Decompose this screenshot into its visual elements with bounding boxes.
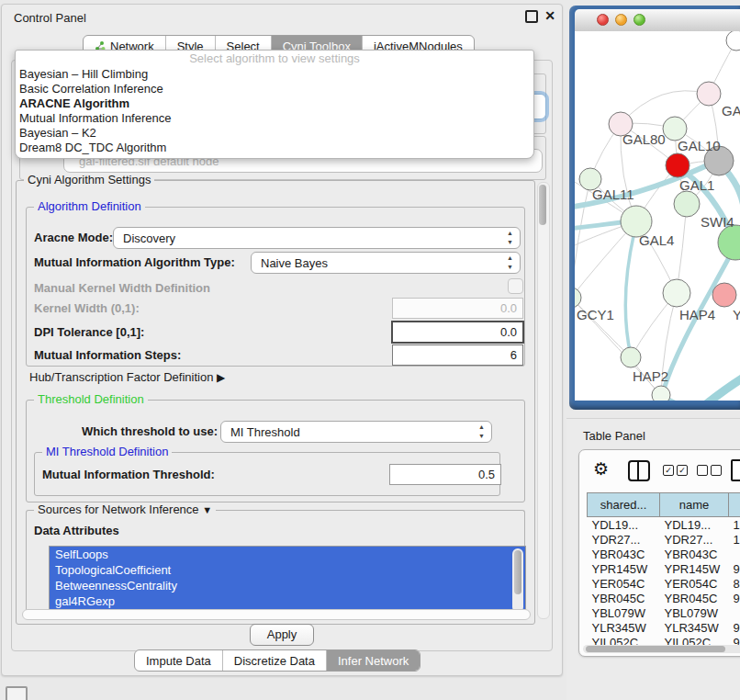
- scrollbar-thumb[interactable]: [514, 550, 521, 594]
- sources-toggle[interactable]: Sources for Network Inference ▼: [34, 502, 216, 516]
- table-cell[interactable]: YBR043C: [660, 547, 729, 561]
- checked-checkbox-icon[interactable]: ✓: [663, 465, 674, 476]
- table-cell[interactable]: YDL19...: [588, 517, 660, 533]
- unchecked-checkbox-icon[interactable]: [697, 465, 708, 476]
- network-node-hap2[interactable]: [621, 347, 641, 367]
- table-cell[interactable]: YLR345W: [660, 620, 729, 635]
- table-cell[interactable]: YBL079W: [660, 605, 729, 620]
- table-cell[interactable]: YER054C: [660, 576, 729, 591]
- column-header[interactable]: name: [660, 493, 729, 517]
- close-icon[interactable]: ✕: [544, 8, 555, 23]
- table-cell[interactable]: 13: [729, 517, 740, 533]
- tab-impute-data[interactable]: Impute Data: [135, 650, 222, 671]
- manual-kernel-checkbox[interactable]: [508, 278, 523, 294]
- scrollbar-thumb[interactable]: [586, 646, 725, 652]
- float-window-icon[interactable]: [525, 10, 538, 23]
- network-node[interactable]: [652, 386, 670, 401]
- table-cell[interactable]: 9.: [729, 591, 740, 605]
- settings-vertical-scrollbar[interactable]: [537, 182, 550, 619]
- kernel-width-field[interactable]: 0.0: [392, 298, 523, 319]
- tab-discretize-data[interactable]: Discretize Data: [222, 650, 326, 671]
- network-node[interactable]: [674, 191, 700, 217]
- table-cell[interactable]: YPR145W: [588, 561, 660, 576]
- table-cell[interactable]: YBL079W: [588, 605, 660, 620]
- hub-definition-toggle[interactable]: Hub/Transcription Factor Definition ▶: [29, 370, 225, 384]
- network-node-hap4[interactable]: [663, 279, 690, 307]
- table-cell[interactable]: 9.: [729, 561, 740, 576]
- mi-algorithm-type-combobox[interactable]: Naive Bayes ▲▼: [251, 252, 521, 274]
- algorithm-option[interactable]: Bayesian – Hill Climbing: [16, 67, 533, 82]
- bottom-tabs: Impute Data Discretize Data Infer Networ…: [134, 649, 420, 672]
- data-attribute-item[interactable]: BetweennessCentrality: [50, 578, 525, 593]
- algorithm-option[interactable]: Dream8 DC_TDC Algorithm: [16, 141, 533, 155]
- split-columns-icon[interactable]: [628, 460, 650, 481]
- list-scrollbar[interactable]: [512, 548, 523, 613]
- zoom-traffic-light-icon[interactable]: [633, 14, 645, 26]
- column-header[interactable]: shared...: [588, 493, 660, 517]
- docked-panel-icon[interactable]: [6, 686, 28, 700]
- algorithm-dropdown-popup: Select algorithm to view settings Bayesi…: [15, 50, 534, 159]
- group-title: Threshold Definition: [34, 392, 148, 406]
- node-label: GAL: [722, 103, 740, 119]
- network-node-gal1[interactable]: [666, 153, 690, 177]
- aracne-mode-combobox[interactable]: Discovery ▲▼: [113, 227, 521, 249]
- data-attribute-item[interactable]: TopologicalCoefficient: [50, 562, 525, 578]
- algorithm-option[interactable]: ARACNE Algorithm: [16, 96, 533, 111]
- minimize-traffic-light-icon[interactable]: [615, 14, 627, 26]
- table-cell[interactable]: YDR27...: [588, 532, 660, 547]
- column-header[interactable]: A: [729, 493, 740, 517]
- table-cell[interactable]: YDL19...: [660, 517, 729, 533]
- application-window: Control Panel ✕ Network Style Select Cyn…: [0, 0, 740, 700]
- table-cell[interactable]: [729, 547, 740, 561]
- data-attribute-item[interactable]: SelfLoops: [50, 547, 525, 562]
- table-cell[interactable]: YBR045C: [588, 591, 660, 605]
- network-node-gcy1[interactable]: [575, 288, 581, 308]
- hub-definition-label: Hub/Transcription Factor Definition: [29, 370, 213, 384]
- which-threshold-combobox[interactable]: MI Threshold ▲▼: [220, 421, 492, 443]
- combobox-value: Discovery: [123, 231, 175, 245]
- close-traffic-light-icon[interactable]: [597, 14, 609, 26]
- new-table-icon[interactable]: [731, 459, 740, 481]
- unchecked-checkbox-icon[interactable]: [711, 465, 722, 476]
- apply-button[interactable]: Apply: [250, 624, 314, 646]
- tab-infer-network[interactable]: Infer Network: [326, 650, 420, 671]
- gear-icon[interactable]: ⚙: [593, 458, 609, 480]
- table-horizontal-scrollbar[interactable]: [583, 645, 740, 653]
- table-cell[interactable]: 9.: [729, 620, 740, 635]
- mi-threshold-definition-group: MI Threshold Definition Mutual Informati…: [34, 452, 500, 496]
- mi-threshold-field[interactable]: 0.5: [389, 464, 501, 485]
- table-cell[interactable]: YER054C: [588, 576, 660, 591]
- mi-type-label: Mutual Information Algorithm Type:: [34, 255, 235, 269]
- scrollbar-thumb[interactable]: [539, 185, 546, 225]
- network-node[interactable]: [726, 31, 740, 51]
- algorithm-option[interactable]: Bayesian – K2: [16, 126, 533, 141]
- node-table: shared... name A YDL19...YDL19...13YDR27…: [587, 492, 740, 649]
- table-cell[interactable]: YBR043C: [588, 547, 660, 561]
- network-node-swi4[interactable]: [718, 225, 740, 260]
- table-cell[interactable]: YLR345W: [588, 620, 660, 635]
- table-row: YDL19...YDL19...13: [588, 517, 740, 533]
- network-node-gal[interactable]: [697, 82, 721, 106]
- data-attribute-item[interactable]: gal4RGexp: [50, 593, 525, 609]
- data-attributes-list: SelfLoopsTopologicalCoefficientBetweenne…: [49, 546, 526, 617]
- table-row: YPR145WYPR145W9.: [588, 561, 740, 576]
- spinner-icon: ▲▼: [507, 254, 513, 272]
- settings-horizontal-scrollbar[interactable]: [22, 609, 531, 620]
- table-cell[interactable]: YDR27...: [660, 532, 729, 547]
- table-cell[interactable]: 12: [729, 532, 740, 547]
- dpi-tolerance-field[interactable]: 0.0: [391, 321, 524, 344]
- table-cell[interactable]: [729, 605, 740, 620]
- algorithm-option[interactable]: Basic Correlation Inference: [16, 82, 533, 96]
- control-panel-title: Control Panel: [14, 11, 86, 25]
- table-cell[interactable]: YPR145W: [660, 561, 729, 576]
- table-cell[interactable]: 8.: [729, 576, 740, 591]
- checked-checkbox-icon[interactable]: ✓: [677, 465, 688, 476]
- network-node-y[interactable]: [712, 283, 736, 307]
- mi-steps-field[interactable]: 6: [392, 344, 523, 366]
- algorithm-option[interactable]: Mutual Information Inference: [16, 111, 533, 126]
- group-title: Algorithm Definition: [34, 199, 145, 213]
- network-canvas[interactable]: GALGAL80GAL10GAL1GAL11GAL4SWI4GCY1HAP4YH…: [575, 31, 740, 401]
- table-header-row: shared... name A: [588, 493, 740, 517]
- algorithm-options: Bayesian – Hill ClimbingBasic Correlatio…: [16, 67, 533, 155]
- table-cell[interactable]: YBR045C: [660, 591, 729, 605]
